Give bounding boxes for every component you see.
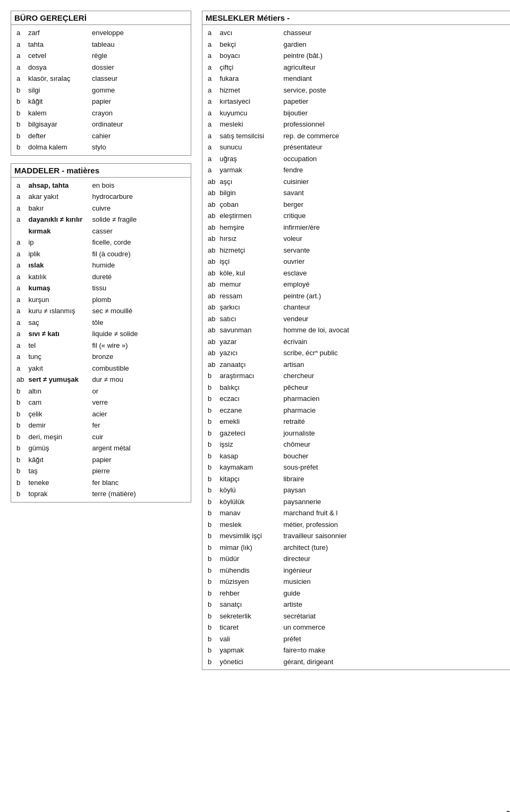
- table-row: byapmakfaire=to make: [206, 644, 510, 656]
- turkish-cell: kırtasiyeci: [217, 96, 281, 107]
- level-cell: b: [206, 496, 217, 508]
- level-cell: a: [14, 73, 26, 85]
- turkish-cell: emekli: [217, 416, 281, 428]
- table-row: akırtasiyecipapetier: [206, 96, 510, 107]
- table-row: beczacıpharmacien: [206, 393, 510, 405]
- french-cell: fendre: [281, 164, 510, 176]
- french-cell: musicien: [281, 576, 510, 588]
- level-cell: b: [206, 382, 217, 394]
- table-row: absavunmanhomme de loi, avocat: [206, 324, 510, 336]
- level-cell: ab: [206, 336, 217, 348]
- turkish-cell: köle, kul: [217, 267, 281, 279]
- level-cell: b: [206, 405, 217, 416]
- turkish-cell: kurşun: [26, 294, 90, 306]
- level-cell: ab: [206, 313, 217, 325]
- level-cell: a: [14, 214, 26, 225]
- meslekler-section: MESLEKLER Métiers - aavcıchasseurabekçig…: [202, 11, 510, 670]
- french-cell: terre (matière): [90, 488, 188, 500]
- turkish-cell: fukara: [217, 73, 281, 85]
- turkish-cell: kumaş: [26, 282, 90, 294]
- turkish-cell: bakır: [26, 203, 90, 214]
- turkish-cell: gümüş: [26, 442, 90, 454]
- table-row: btaşpierre: [14, 465, 188, 477]
- level-cell: a: [14, 328, 26, 340]
- table-row: bbilgisayarordinateur: [14, 119, 188, 130]
- table-row: atunçbronze: [14, 351, 188, 363]
- turkish-cell: kasap: [217, 450, 281, 462]
- level-cell: b: [206, 462, 217, 473]
- french-cell: boucher: [281, 450, 510, 462]
- french-cell: voleur: [281, 233, 510, 245]
- french-cell: présentateur: [281, 141, 510, 153]
- turkish-cell: sert ≠ yumuşak: [26, 374, 90, 386]
- french-cell: cuivre: [90, 203, 188, 214]
- turkish-cell: altın: [26, 386, 90, 397]
- level-cell: a: [14, 294, 26, 306]
- table-row: asunucuprésentateur: [206, 141, 510, 153]
- table-row: bkasapboucher: [206, 450, 510, 462]
- table-row: absatıcıvendeur: [206, 313, 510, 325]
- french-cell: libraire: [281, 473, 510, 485]
- turkish-cell: katılık: [26, 271, 90, 283]
- level-cell: a: [14, 363, 26, 374]
- turkish-cell: sunucu: [217, 141, 281, 153]
- level-cell: a: [206, 62, 217, 73]
- level-cell: b: [206, 450, 217, 462]
- turkish-cell: silgi: [26, 85, 90, 96]
- french-cell: dureté: [90, 271, 188, 283]
- level-cell: b: [206, 507, 217, 519]
- table-row: bdeftercahier: [14, 130, 188, 142]
- turkish-cell: kalem: [26, 107, 90, 119]
- level-cell: ab: [206, 359, 217, 371]
- turkish-cell: satış temsilcisi: [217, 130, 281, 142]
- table-row: beczanepharmacie: [206, 405, 510, 416]
- french-cell: verre: [90, 397, 188, 408]
- turkish-cell: çoban: [217, 199, 281, 211]
- french-cell: guide: [281, 588, 510, 599]
- turkish-cell: bilgisayar: [26, 119, 90, 130]
- turkish-cell: manav: [217, 507, 281, 519]
- level-cell: ab: [206, 279, 217, 290]
- french-cell: vendeur: [281, 313, 510, 325]
- turkish-cell: kâğıt: [26, 454, 90, 466]
- turkish-cell: mesleki: [217, 119, 281, 130]
- level-cell: b: [206, 656, 217, 668]
- turkish-cell: çiftçi: [217, 62, 281, 73]
- level-cell: b: [206, 633, 217, 645]
- level-cell: a: [206, 153, 217, 165]
- table-row: abeleştirmencritique: [206, 210, 510, 222]
- level-cell: b: [206, 610, 217, 622]
- table-row: bmühendisingénieur: [206, 565, 510, 576]
- french-cell: dossier: [90, 62, 188, 73]
- french-cell: bronze: [90, 351, 188, 363]
- level-cell: b: [14, 454, 26, 466]
- table-row: atahtatableau: [14, 39, 188, 51]
- french-cell: tissu: [90, 282, 188, 294]
- turkish-cell: köylü: [217, 484, 281, 496]
- french-cell: tableau: [90, 39, 188, 51]
- turkish-cell: cetvel: [26, 50, 90, 62]
- turkish-cell: bilgin: [217, 187, 281, 199]
- level-cell: a: [14, 305, 26, 317]
- table-row: abhırsızvoleur: [206, 233, 510, 245]
- french-cell: critique: [281, 210, 510, 222]
- level-cell: b: [14, 141, 26, 153]
- turkish-cell: teneke: [26, 477, 90, 489]
- table-row: baltınor: [14, 386, 188, 397]
- french-cell: fer blanc: [90, 477, 188, 489]
- table-row: acetvelrègle: [14, 50, 188, 62]
- table-row: bişsizchômeur: [206, 439, 510, 450]
- turkish-cell: yarmak: [217, 164, 281, 176]
- buro-section: BÜRO GEREÇLERİ azarfenveloppeatahtatable…: [11, 11, 191, 156]
- table-row: bdemirfer: [14, 420, 188, 431]
- level-cell: a: [206, 73, 217, 85]
- table-row: abçobanberger: [206, 199, 510, 211]
- french-cell: casser: [90, 225, 188, 237]
- french-cell: esclave: [281, 267, 510, 279]
- level-cell: b: [206, 565, 217, 576]
- turkish-cell: balıkçı: [217, 382, 281, 394]
- french-cell: employé: [281, 279, 510, 290]
- turkish-cell: zarf: [26, 27, 90, 39]
- level-cell: a: [14, 259, 26, 271]
- turkish-cell: avcı: [217, 27, 281, 39]
